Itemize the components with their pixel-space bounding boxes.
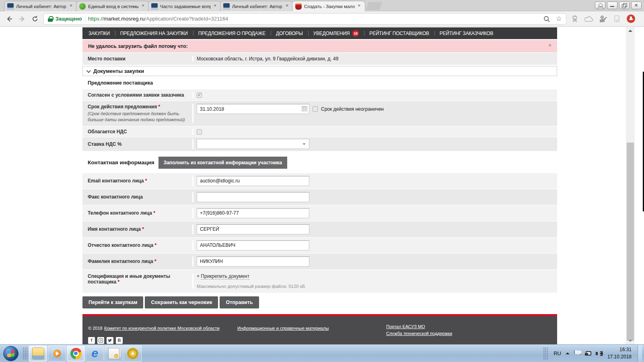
- vat-rate-select[interactable]: [197, 139, 309, 149]
- first-name-input[interactable]: [197, 224, 309, 234]
- instagram-icon[interactable]: [97, 337, 104, 344]
- scrollbar-thumb[interactable]: [627, 143, 634, 341]
- forward-button[interactable]: [18, 14, 27, 23]
- chrome-taskbar-button[interactable]: [67, 345, 85, 362]
- vat-rate-row: Ставка НДС %: [82, 137, 557, 151]
- vat-checkbox[interactable]: [197, 129, 202, 134]
- browser-tab[interactable]: Создать - Закупки мало: [292, 1, 365, 11]
- nav-item-5[interactable]: УВЕДОМЛЕНИЯ15: [308, 27, 364, 39]
- close-button[interactable]: [631, 2, 642, 9]
- back-button[interactable]: [5, 14, 14, 23]
- windows-logo-icon: [7, 350, 14, 357]
- internet-explorer-taskbar-button[interactable]: e: [86, 345, 104, 362]
- windows-explorer-taskbar-button[interactable]: [29, 345, 47, 362]
- validity-date-input[interactable]: [197, 104, 309, 114]
- reload-button[interactable]: [31, 14, 39, 23]
- last-name-input[interactable]: [197, 257, 309, 267]
- bookmark-star-icon[interactable]: ☆: [556, 15, 562, 22]
- network-icon[interactable]: [586, 351, 591, 356]
- nav-item-1[interactable]: ЗАКУПКИ: [83, 27, 115, 39]
- address-bar[interactable]: Защищено https://market.mosreg.ru/Applic…: [43, 13, 566, 25]
- middle-name-input[interactable]: [197, 240, 309, 250]
- scrollbar-down-arrow-icon[interactable]: [626, 337, 635, 344]
- field-label: Фамилия контактного лица *: [82, 259, 192, 264]
- tab-close-icon[interactable]: [141, 4, 146, 9]
- cloud-extension-icon[interactable]: [584, 14, 593, 23]
- alert-close-icon[interactable]: [548, 41, 553, 46]
- browser-profile-button[interactable]: [595, 2, 605, 9]
- certificates-taskbar-button[interactable]: [105, 345, 123, 362]
- required-asterisk: *: [152, 210, 155, 216]
- offer-heading: Предложение поставщика: [88, 80, 557, 86]
- minimize-button[interactable]: [607, 2, 617, 9]
- page-extension-icon[interactable]: [613, 14, 621, 23]
- notifications-badge: 15: [352, 30, 359, 37]
- email-input[interactable]: [197, 176, 309, 186]
- mosreg-icon: [295, 3, 302, 10]
- fill-from-participant-button[interactable]: Заполнить из контактной информации участ…: [158, 157, 288, 169]
- docs-section-header[interactable]: Документы закупки: [82, 66, 557, 76]
- nav-item-2[interactable]: ПРЕДЛОЖЕНИЯ НА ЗАКУПКИ: [115, 27, 193, 39]
- browser-tab[interactable]: Единый вход в системы: [76, 1, 149, 11]
- browser-tab[interactable]: Часто задаваемые вопр: [148, 1, 221, 11]
- easuz-icon: [7, 3, 14, 10]
- submit-button[interactable]: Отправить: [220, 296, 259, 308]
- scrollbar-up-arrow-icon[interactable]: [626, 27, 635, 34]
- unlimited-checkbox[interactable]: [313, 106, 318, 112]
- plus-icon: +: [197, 273, 200, 279]
- phone-input[interactable]: [197, 208, 309, 218]
- new-tab-button[interactable]: [366, 2, 382, 10]
- action-center-flag-icon[interactable]: [574, 350, 581, 357]
- alert-text: Не удалось загрузить файл потому что:: [88, 43, 188, 49]
- vat-row: Облагается НДС: [82, 126, 557, 137]
- browser-tab[interactable]: Личный кабинет: Автор: [220, 1, 293, 11]
- start-button[interactable]: [3, 346, 19, 361]
- tab-close-icon[interactable]: [285, 4, 290, 9]
- secure-lock-icon[interactable]: [48, 16, 53, 22]
- language-indicator[interactable]: RU: [553, 350, 561, 356]
- go-to-purchases-button[interactable]: Перейти к закупкам: [82, 296, 143, 308]
- facebook-icon[interactable]: f: [88, 337, 95, 344]
- media-player-taskbar-button[interactable]: [48, 345, 66, 362]
- tab-strip: Личный кабинет: АвторЕдиный вход в систе…: [4, 1, 381, 11]
- nav-item-3[interactable]: ПРЕДЛОЖЕНИЯ О ПРОДАЖЕ: [193, 27, 271, 39]
- tab-title: Часто задаваемые вопр: [160, 4, 211, 9]
- nav-item-6[interactable]: РЕЙТИНГ ПОСТАВЩИКОВ: [364, 27, 434, 39]
- page-scrollbar[interactable]: [626, 27, 635, 344]
- info-materials-link[interactable]: Информационные и справочные материалы: [237, 326, 329, 331]
- save-draft-button[interactable]: Сохранить как черновик: [145, 296, 218, 308]
- browser-update-icon[interactable]: [627, 14, 635, 23]
- clock[interactable]: 16:31 17.10.2018: [607, 346, 633, 360]
- show-desktop-button[interactable]: [638, 345, 642, 362]
- tab-close-icon[interactable]: [69, 4, 74, 9]
- form-row: Телефон контактного лица *: [82, 205, 557, 221]
- agree-checkbox[interactable]: [197, 93, 202, 98]
- fax-input[interactable]: [197, 192, 309, 202]
- browser-tab[interactable]: Личный кабинет: Автор: [4, 1, 77, 11]
- zoom-icon[interactable]: [542, 14, 551, 23]
- committee-link[interactable]: Комитет по конкурентной политике Московс…: [104, 326, 220, 331]
- attach-document-link[interactable]: + Прикрепить документ: [197, 273, 557, 279]
- docs-section-title: Документы закупки: [93, 68, 144, 74]
- security-label[interactable]: Защищено: [56, 16, 82, 22]
- twitter-icon[interactable]: [107, 337, 113, 344]
- hidden-icons-arrow-icon[interactable]: [566, 350, 570, 354]
- tab-close-icon[interactable]: [357, 4, 362, 9]
- nav-item-4[interactable]: ДОГОВОРЫ: [271, 27, 308, 39]
- stamp-extension-icon[interactable]: [599, 14, 607, 23]
- easuz-portal-link[interactable]: Портал ЕАСУЗ МО: [386, 324, 452, 329]
- tab-close-icon[interactable]: [213, 4, 218, 9]
- field-value: [192, 176, 557, 186]
- url-text[interactable]: https://market.mosreg.ru/Application/Cre…: [88, 16, 228, 22]
- vk-icon[interactable]: B: [116, 337, 123, 344]
- contact-rows: Email контактного лица *Факс контактного…: [82, 173, 557, 269]
- volume-icon[interactable]: [596, 350, 603, 357]
- badge-extension-icon[interactable]: [570, 14, 579, 23]
- cd-rom-taskbar-button[interactable]: [123, 345, 142, 362]
- nav-item-7[interactable]: РЕЙТИНГ ЗАКАЗЧИКОВ: [434, 27, 498, 39]
- restore-button[interactable]: [619, 2, 630, 9]
- calendar-icon[interactable]: [302, 106, 307, 112]
- form-row: Факс контактного лица: [82, 189, 557, 205]
- tech-support-link[interactable]: Служба технической поддержки: [386, 331, 452, 336]
- required-asterisk: *: [116, 279, 119, 285]
